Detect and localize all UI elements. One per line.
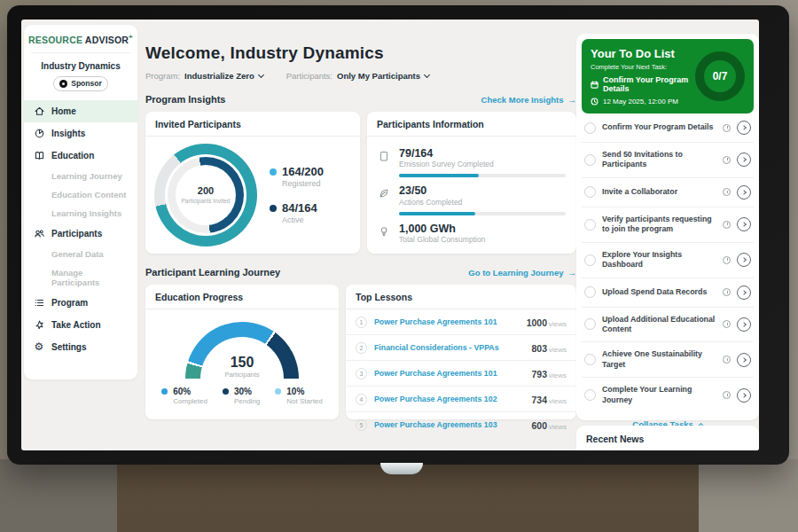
chevron-right-button[interactable]: [737, 253, 751, 267]
todo-checkbox[interactable]: [584, 254, 596, 266]
legend-dot: [270, 168, 277, 176]
info-card-body: 79/164 Emission Survey Completed 23/50 A…: [367, 137, 576, 249]
learning-journey-header: Participant Learning Journey Go to Learn…: [145, 267, 576, 278]
todo-checkbox[interactable]: [584, 354, 596, 365]
lesson-views: 600: [531, 420, 547, 431]
legend-item: 164/200 Registered: [270, 166, 324, 188]
todo-summary-card: Your To Do List Complete Your Next Task:…: [582, 39, 754, 113]
todo-item[interactable]: Achieve One Sustainability Target: [582, 342, 754, 378]
todo-subtitle: Complete Your Next Task:: [591, 63, 695, 71]
legend-dot: [275, 388, 281, 395]
page-title: Welcome, Industry Dynamics: [145, 43, 576, 63]
todo-next-task: Confirm Your Program Details: [591, 75, 695, 93]
brand-logo: RESOURCE ADVISOR+: [24, 33, 137, 45]
program-insights-header: Program Insights Check More Insights →: [145, 94, 576, 105]
todo-item[interactable]: Confirm Your Program Details: [582, 113, 754, 143]
invited-participants-card: Invited Participants 200 Participants In…: [145, 112, 360, 254]
legend-value: 10%: [286, 387, 322, 396]
todo-item[interactable]: Verify participants requesting to join t…: [582, 207, 754, 243]
chevron-right-button[interactable]: [737, 388, 751, 403]
chevron-right-button[interactable]: [737, 153, 751, 167]
lesson-link[interactable]: Financial Considerations - VPPAs: [374, 343, 524, 352]
clock-icon: [723, 124, 731, 132]
recent-news-title: Recent News: [586, 434, 749, 444]
sidebar-item-label: Settings: [51, 342, 86, 352]
lesson-rank: 3: [356, 368, 367, 379]
sidebar-item-home[interactable]: Home: [24, 100, 137, 122]
todo-item[interactable]: Invite a Collaborator: [582, 178, 754, 207]
legend-label: Not Started: [286, 397, 322, 405]
invited-card-body: 200 Participants Invited 164/200: [145, 137, 360, 254]
lesson-views: 734: [531, 395, 547, 405]
chevron-right-button[interactable]: [737, 353, 751, 367]
sidebar-item-insights[interactable]: Insights: [24, 122, 137, 145]
lesson-row: 3 Power Purchase Agreements 101 793views: [346, 361, 576, 387]
todo-checkbox[interactable]: [584, 389, 596, 401]
program-filter-value: Industrialize Zero: [184, 71, 254, 81]
chevron-right-button[interactable]: [737, 121, 751, 135]
todo-item[interactable]: Upload Additional Educational Content: [582, 308, 754, 343]
lesson-link[interactable]: Power Purchase Agreements 101: [374, 317, 520, 326]
brand-plus: +: [129, 33, 133, 41]
survey-icon: [378, 150, 391, 163]
lesson-link[interactable]: Power Purchase Agreements 103: [374, 420, 524, 429]
sidebar-item-manage-participants[interactable]: Manage Participants: [24, 263, 137, 292]
sidebar-item-settings[interactable]: ⚙ Settings: [24, 336, 137, 358]
todo-item[interactable]: Complete Your Learning Journey: [582, 378, 754, 412]
clock-icon: [723, 221, 731, 229]
legend-value: 30%: [234, 387, 260, 396]
todo-item-label: Explore Your Insights Dashboard: [602, 250, 716, 270]
todo-checkbox[interactable]: [584, 122, 596, 134]
lesson-link[interactable]: Power Purchase Agreements 101: [374, 369, 524, 378]
chevron-right-button[interactable]: [737, 286, 751, 300]
sponsor-badge[interactable]: Sponsor: [53, 76, 108, 91]
chevron-right-button[interactable]: [737, 317, 751, 332]
chevron-right-button[interactable]: [737, 217, 751, 231]
sidebar-item-learning-journey[interactable]: Learning Journey: [24, 167, 137, 185]
legend-value: 60%: [173, 387, 207, 396]
check-more-insights-link[interactable]: Check More Insights →: [481, 95, 576, 105]
sidebar-item-learning-insights[interactable]: Learning Insights: [24, 204, 137, 223]
sidebar-item-education[interactable]: Education: [24, 145, 137, 167]
arrow-right-icon: →: [568, 268, 577, 278]
home-icon: [33, 105, 45, 117]
legend-label: Completed: [173, 397, 207, 405]
sidebar-item-education-content[interactable]: Education Content: [24, 185, 137, 204]
todo-progress-value: 0/7: [713, 70, 728, 82]
clock-icon: [723, 156, 731, 164]
participants-information-card: Participants Information 79/164 Emission…: [367, 112, 576, 254]
sidebar-item-program[interactable]: Program: [24, 292, 137, 314]
legend-dot: [223, 388, 229, 395]
todo-item-label: Invite a Collaborator: [602, 187, 716, 197]
chevron-right-button[interactable]: [737, 185, 751, 200]
lesson-link[interactable]: Power Purchase Agreements 102: [374, 395, 524, 403]
go-to-learning-journey-link[interactable]: Go to Learning Journey →: [468, 268, 576, 278]
sidebar-item-general-data[interactable]: General Data: [24, 245, 137, 263]
lesson-row: 2 Financial Considerations - VPPAs 803vi…: [346, 335, 576, 361]
lesson-views: 803: [531, 343, 547, 354]
sidebar-item-take-action[interactable]: Take Action: [24, 314, 137, 336]
lesson-rank: 5: [356, 419, 367, 431]
todo-item[interactable]: Upload Spend Data Records: [582, 278, 754, 308]
todo-checkbox[interactable]: [584, 219, 596, 231]
lesson-row: 4 Power Purchase Agreements 102 734views: [346, 387, 576, 412]
todo-item[interactable]: Send 50 Invitations to Participants: [582, 143, 754, 178]
views-word: views: [549, 346, 567, 354]
participants-icon: [33, 227, 45, 239]
program-filter-label: Program:: [145, 71, 180, 81]
participants-filter[interactable]: Participants: Only My Participants: [286, 71, 429, 81]
lesson-views: 793: [531, 369, 547, 379]
card-title: Participants Information: [367, 112, 576, 137]
todo-checkbox[interactable]: [584, 318, 596, 330]
todo-checkbox[interactable]: [584, 154, 596, 166]
todo-item-label: Send 50 Invitations to Participants: [602, 150, 716, 170]
stat-row: 1,000 GWh Total Global Consumption: [378, 223, 566, 244]
stat-value: 1,000 GWh: [399, 223, 485, 235]
take-action-icon: [33, 318, 45, 331]
chevron-down-icon: [424, 71, 430, 77]
todo-checkbox[interactable]: [584, 186, 596, 198]
sidebar-item-participants[interactable]: Participants: [24, 223, 137, 245]
todo-checkbox[interactable]: [584, 286, 596, 298]
program-filter[interactable]: Program: Industrialize Zero: [145, 71, 263, 81]
todo-item[interactable]: Explore Your Insights Dashboard: [582, 243, 754, 278]
